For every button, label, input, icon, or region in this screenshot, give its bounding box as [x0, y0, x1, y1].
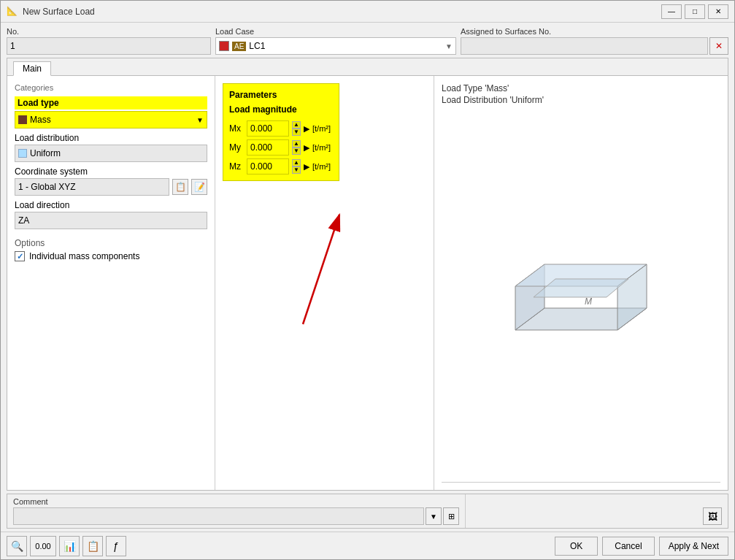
param-spinners-my: ▲ ▼	[292, 140, 301, 155]
tab-main[interactable]: Main	[13, 61, 51, 76]
load-case-label: Load Case	[215, 27, 456, 36]
param-row-mx: Mx ▲ ▼ ▶ [t/m²]	[229, 120, 333, 137]
ok-button[interactable]: OK	[555, 537, 598, 556]
comment-right: 🖼	[465, 494, 728, 528]
load-type-color-indicator	[18, 115, 27, 124]
coordinate-edit-button[interactable]: 📝	[191, 179, 207, 195]
param-unit-mx: [t/m²]	[312, 124, 331, 133]
param-spin-dn-mz[interactable]: ▼	[292, 166, 301, 174]
close-button[interactable]: ✕	[708, 4, 728, 19]
load-case-color-indicator	[219, 41, 229, 51]
comment-label: Comment	[13, 497, 459, 506]
load-type-value: Mass	[30, 115, 193, 125]
param-unit-my: [t/m²]	[312, 143, 331, 152]
checkbox-check-icon: ✓	[17, 252, 23, 261]
load-case-badge: AE	[232, 42, 246, 51]
assigned-row: ✕	[461, 37, 728, 55]
param-label-mz: Mz	[229, 161, 244, 172]
assigned-input[interactable]	[461, 37, 708, 55]
preview-m-label: M	[585, 296, 592, 307]
no-group: No. 1	[7, 27, 211, 55]
param-arrow-my[interactable]: ▶	[304, 143, 309, 153]
apply-next-button[interactable]: Apply & Next	[659, 537, 728, 556]
param-label-mx: Mx	[229, 123, 244, 134]
individual-mass-checkbox[interactable]: ✓	[15, 251, 25, 261]
load-direction-label: Load direction	[15, 200, 207, 210]
load-direction-input[interactable]: ZA	[15, 212, 207, 229]
param-input-my[interactable]	[247, 139, 289, 156]
categories-title: Categories	[15, 83, 207, 92]
no-input[interactable]: 1	[7, 37, 211, 55]
coordinate-system-row: 1 - Global XYZ 📋 📝	[15, 178, 207, 196]
parameters-title: Parameters	[229, 90, 333, 100]
minimize-button[interactable]: —	[661, 4, 682, 19]
load-distribution-color	[18, 149, 27, 158]
param-spin-up-my[interactable]: ▲	[292, 140, 301, 147]
no-label: No.	[7, 27, 211, 36]
load-type-label: Load type	[15, 96, 207, 110]
comment-input[interactable]	[13, 507, 424, 525]
toolbar-graph-button[interactable]: 📊	[59, 536, 80, 556]
load-distribution-label: Load distribution	[15, 133, 207, 143]
coordinate-system-label: Coordinate system	[15, 166, 207, 177]
toolbar-left: 🔍 0.00 📊 📋 ƒ	[7, 536, 126, 556]
coordinate-copy-button[interactable]: 📋	[172, 179, 188, 195]
parameters-section: Parameters Load magnitude Mx ▲ ▼ ▶ [t/m²…	[223, 83, 339, 181]
tab-bar: Main	[7, 58, 728, 76]
comment-input-row: ▼ ⊞	[13, 507, 459, 525]
dialog-buttons: OK Cancel Apply & Next	[555, 537, 728, 556]
param-spin-up-mx[interactable]: ▲	[292, 121, 301, 129]
title-bar: 📐 New Surface Load — □ ✕	[1, 1, 734, 23]
mid-panel: Parameters Load magnitude Mx ▲ ▼ ▶ [t/m²…	[215, 76, 434, 490]
preview-svg: M	[493, 235, 669, 352]
cancel-button[interactable]: Cancel	[602, 537, 654, 556]
options-section: Options ✓ Individual mass components	[15, 238, 207, 261]
param-spin-dn-my[interactable]: ▼	[292, 147, 301, 155]
comment-copy-button[interactable]: ⊞	[443, 507, 459, 525]
param-input-mz[interactable]	[247, 158, 289, 174]
right-panel-divider	[442, 482, 720, 483]
assigned-group: Assigned to Surfaces No. ✕	[461, 27, 728, 55]
param-spin-up-mz[interactable]: ▲	[292, 159, 301, 166]
window-title: New Surface Load	[23, 7, 661, 17]
comment-dropdown-button[interactable]: ▼	[426, 507, 442, 525]
load-type-select[interactable]: Mass ▼	[15, 111, 207, 129]
param-label-my: My	[229, 142, 244, 153]
load-distribution-input[interactable]: Uniform	[15, 145, 207, 162]
coordinate-system-section: Coordinate system 1 - Global XYZ 📋 📝	[15, 166, 207, 196]
load-direction-section: Load direction ZA	[15, 200, 207, 229]
svg-line-1	[303, 215, 339, 324]
load-type-dropdown-icon: ▼	[196, 116, 204, 124]
screenshot-button[interactable]: 🖼	[703, 507, 722, 525]
options-title: Options	[15, 238, 207, 248]
title-controls: — □ ✕	[661, 4, 728, 19]
param-spin-dn-mx[interactable]: ▼	[292, 129, 301, 136]
load-distribution-section: Load distribution Uniform	[15, 133, 207, 162]
right-panel: Load Type 'Mass' Load Distribution 'Unif…	[434, 76, 728, 490]
coordinate-system-input[interactable]: 1 - Global XYZ	[15, 178, 169, 196]
param-spinners-mz: ▲ ▼	[292, 159, 301, 174]
param-spinners-mx: ▲ ▼	[292, 121, 301, 136]
toolbar-formula-button[interactable]: ƒ	[106, 536, 126, 556]
param-input-mx[interactable]	[247, 120, 289, 137]
maximize-button[interactable]: □	[685, 4, 705, 19]
window-icon: 📐	[7, 6, 18, 18]
toolbar-value-button[interactable]: 0.00	[30, 536, 56, 556]
load-type-section: Load type Mass ▼	[15, 96, 207, 129]
window: 📐 New Surface Load — □ ✕ No. 1 Load Case…	[0, 0, 735, 560]
param-arrow-mx[interactable]: ▶	[304, 124, 309, 134]
toolbar-search-button[interactable]: 🔍	[7, 536, 27, 556]
param-row-my: My ▲ ▼ ▶ [t/m²]	[229, 139, 333, 156]
individual-mass-label: Individual mass components	[29, 251, 139, 261]
param-arrow-mz[interactable]: ▶	[304, 162, 309, 172]
info-line1: Load Type 'Mass'	[442, 83, 720, 93]
load-case-select[interactable]: AE LC1 ▼	[215, 37, 456, 55]
toolbar-table-button[interactable]: 📋	[82, 536, 103, 556]
load-case-group: Load Case AE LC1 ▼	[215, 27, 456, 55]
load-distribution-value: Uniform	[30, 148, 61, 158]
main-content: Main Categories Load type Mass ▼ Loa	[7, 58, 728, 491]
assigned-clear-button[interactable]: ✕	[709, 37, 728, 55]
bottom-section: Comment ▼ ⊞ 🖼	[7, 494, 728, 529]
toolbar-bottom: 🔍 0.00 📊 📋 ƒ OK Cancel Apply & Next	[1, 532, 734, 559]
assigned-label: Assigned to Surfaces No.	[461, 27, 728, 36]
